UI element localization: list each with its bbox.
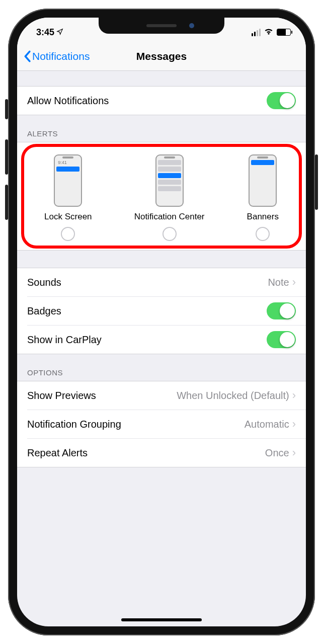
previews-label: Show Previews xyxy=(27,390,96,401)
row-badges[interactable]: Badges xyxy=(17,297,306,325)
nav-bar: Notifications Messages xyxy=(17,42,306,71)
grouping-value: Automatic xyxy=(245,419,289,430)
back-button[interactable]: Notifications xyxy=(23,50,90,62)
grouping-label: Notification Grouping xyxy=(27,419,121,430)
content[interactable]: Allow Notifications ALERTS 9:41 xyxy=(17,71,306,626)
page-title: Messages xyxy=(136,50,187,62)
chevron-right-icon: › xyxy=(292,446,296,459)
row-allow-notifications[interactable]: Allow Notifications xyxy=(17,87,306,115)
allow-label: Allow Notifications xyxy=(27,95,109,107)
row-repeat-alerts[interactable]: Repeat Alerts Once › xyxy=(17,439,306,467)
badges-toggle[interactable] xyxy=(267,302,296,319)
lock-screen-icon: 9:41 xyxy=(54,154,82,207)
alerts-panel: 9:41 Lock Screen Notificat xyxy=(17,142,306,251)
repeat-label: Repeat Alerts xyxy=(27,447,88,459)
section-header-options: OPTIONS xyxy=(17,354,306,381)
alert-option-lock-screen[interactable]: 9:41 Lock Screen xyxy=(44,154,92,241)
chevron-left-icon xyxy=(23,50,31,62)
chevron-right-icon: › xyxy=(292,276,296,289)
row-carplay[interactable]: Show in CarPlay xyxy=(17,326,306,354)
alert-option-banners[interactable]: Banners xyxy=(247,154,279,241)
badges-label: Badges xyxy=(27,305,61,317)
alert-option-notification-center[interactable]: Notification Center xyxy=(134,154,205,241)
notch xyxy=(99,18,224,34)
radio-unchecked[interactable] xyxy=(163,227,177,241)
radio-unchecked[interactable] xyxy=(61,227,75,241)
sounds-value: Note xyxy=(268,277,289,288)
radio-unchecked[interactable] xyxy=(256,227,270,241)
row-show-previews[interactable]: Show Previews When Unlocked (Default) › xyxy=(17,381,306,410)
section-header-alerts: ALERTS xyxy=(17,115,306,142)
screen: 3:45 Notifications Messages xyxy=(17,18,306,626)
location-icon xyxy=(56,27,63,38)
repeat-value: Once xyxy=(265,447,289,459)
wifi-icon xyxy=(264,26,274,39)
device-frame: 3:45 Notifications Messages xyxy=(8,9,315,635)
back-label: Notifications xyxy=(32,50,90,62)
alert-option-label: Notification Center xyxy=(134,212,205,222)
alert-option-label: Lock Screen xyxy=(44,212,92,222)
previews-value: When Unlocked (Default) xyxy=(177,390,289,401)
chevron-right-icon: › xyxy=(292,389,296,402)
cellular-icon xyxy=(252,29,261,36)
allow-toggle[interactable] xyxy=(267,92,296,109)
battery-icon xyxy=(277,29,291,36)
row-sounds[interactable]: Sounds Note › xyxy=(17,268,306,296)
carplay-label: Show in CarPlay xyxy=(27,334,102,346)
banners-icon xyxy=(249,154,277,207)
home-indicator[interactable] xyxy=(121,618,202,621)
carplay-toggle[interactable] xyxy=(267,331,296,348)
row-notification-grouping[interactable]: Notification Grouping Automatic › xyxy=(17,410,306,438)
sounds-label: Sounds xyxy=(27,277,61,288)
notification-center-icon xyxy=(155,154,184,207)
alert-option-label: Banners xyxy=(247,212,279,222)
status-time: 3:45 xyxy=(36,27,54,38)
chevron-right-icon: › xyxy=(292,418,296,431)
